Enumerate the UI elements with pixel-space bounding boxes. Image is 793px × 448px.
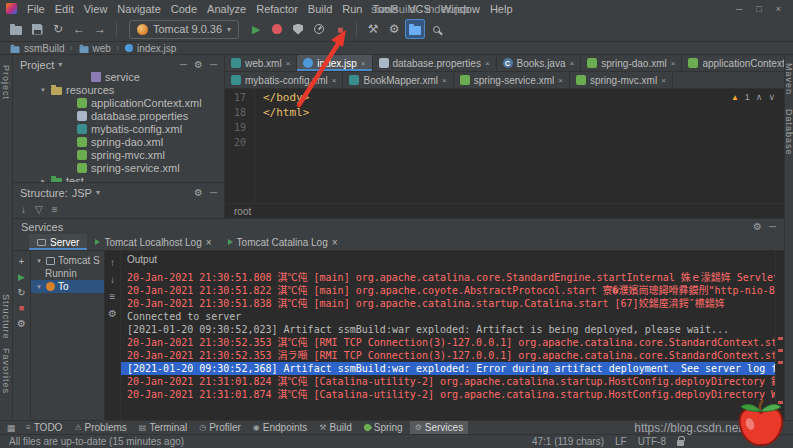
services-tab-server[interactable]: Server	[29, 234, 87, 250]
menu-build[interactable]: Build	[303, 2, 337, 16]
tool-button-database[interactable]: Database	[784, 109, 793, 156]
editor-tab[interactable]: web.xml ×	[225, 55, 297, 71]
hide-panel-icon[interactable]: ─	[769, 221, 776, 232]
close-button[interactable]: ×	[776, 4, 781, 14]
editor-tab[interactable]: applicationContext.xml ×	[682, 55, 784, 71]
breadcrumb-file[interactable]: index.jsp	[124, 43, 176, 54]
settings-button[interactable]: ⚙	[384, 19, 404, 39]
sort-icon[interactable]: ↓	[21, 204, 26, 215]
close-icon[interactable]: ×	[485, 59, 490, 68]
close-icon[interactable]: ×	[661, 76, 666, 85]
tree-item[interactable]: ▾ resources	[13, 83, 224, 96]
tool-button-maven[interactable]: Maven	[784, 63, 793, 95]
save-all-button[interactable]	[27, 19, 47, 39]
tool-button-profiler[interactable]: ◷ Profiler	[194, 421, 246, 434]
lock-icon[interactable]	[677, 440, 684, 446]
editor-tab[interactable]: spring-mvc.xml ×	[570, 72, 673, 88]
menu-run[interactable]: Run	[337, 2, 367, 16]
breadcrumb-web[interactable]: web	[78, 43, 111, 54]
caret-position[interactable]: 47:1 (119 chars)	[532, 436, 604, 447]
code-lines[interactable]: </body> </html>	[255, 89, 784, 203]
structure-mode[interactable]: JSP	[72, 187, 92, 199]
tree-item[interactable]: ▸ test	[13, 174, 224, 182]
close-icon[interactable]: ×	[332, 237, 338, 248]
gear-icon[interactable]: ⚙	[753, 221, 762, 232]
chevron-down-icon[interactable]: ▾	[39, 86, 47, 94]
open-button[interactable]	[6, 19, 26, 39]
scroll-up-icon[interactable]: ↑	[110, 257, 115, 268]
close-icon[interactable]: ×	[671, 59, 676, 68]
restart-icon[interactable]: ↻	[17, 287, 25, 298]
tree-item[interactable]: service	[13, 70, 224, 83]
close-icon[interactable]: ×	[570, 59, 575, 68]
project-structure-button[interactable]	[405, 19, 425, 39]
stop-service-icon[interactable]: ■	[19, 303, 24, 313]
console-log[interactable]: 20-Jan-2021 21:30:51.808 淇℃伅 [main] org.…	[121, 268, 775, 401]
debug-button[interactable]	[267, 19, 287, 39]
tree-item[interactable]: spring-service.xml	[13, 161, 224, 174]
forward-button[interactable]: →	[90, 19, 110, 39]
close-icon[interactable]: ×	[206, 237, 212, 248]
error-stripe-scrollbar[interactable]	[775, 251, 784, 420]
close-icon[interactable]: ×	[286, 59, 291, 68]
editor-tab-active[interactable]: index.jsp ×	[297, 55, 372, 71]
tool-button-endpoints[interactable]: ◉ Endpoints	[248, 421, 312, 434]
menu-navigate[interactable]: Navigate	[112, 2, 165, 16]
tool-button-build[interactable]: ⚒ Build	[314, 421, 356, 434]
list-icon[interactable]: ≡	[52, 204, 58, 215]
next-issue-icon[interactable]: ∨	[768, 92, 775, 102]
menu-analyze[interactable]: Analyze	[202, 2, 251, 16]
close-icon[interactable]: ×	[332, 76, 337, 85]
services-tab-localhost-log[interactable]: Tomcat Localhost Log ×	[87, 234, 219, 250]
services-header[interactable]: Services ⚙ ─	[13, 219, 784, 234]
gear-icon[interactable]: ⚙	[194, 187, 203, 198]
menu-file[interactable]: File	[22, 2, 50, 16]
breadcrumb-module[interactable]: ssmBuild	[9, 43, 65, 54]
console-output[interactable]: Output 20-Jan-2021 21:30:51.808 淇℃伅 [mai…	[121, 251, 775, 420]
minimize-button[interactable]: ─	[736, 4, 742, 14]
hide-panel-icon[interactable]: ─	[210, 187, 217, 198]
soft-wrap-icon[interactable]: ≡	[110, 291, 116, 302]
chevron-down-icon[interactable]: ▾	[35, 257, 43, 265]
services-tab-catalina-log[interactable]: Tomcat Catalina Log ×	[220, 234, 346, 250]
tree-item[interactable]: mybatis-config.xml	[13, 122, 224, 135]
code-editor[interactable]: 17 18 19 20 </body> </html> ▲	[225, 89, 784, 203]
menu-code[interactable]: Code	[166, 2, 202, 16]
collapse-all-icon[interactable]: ─	[180, 59, 187, 70]
editor-tab[interactable]: mybatis-config.xml ×	[225, 72, 343, 88]
close-icon[interactable]: ×	[442, 76, 447, 85]
menu-help[interactable]: Help	[485, 2, 518, 16]
sync-button[interactable]: ↻	[48, 19, 68, 39]
run-button[interactable]: ▶	[246, 19, 266, 39]
services-tree-item-selected[interactable]: ▾ To	[31, 280, 104, 293]
tool-button-structure[interactable]: Structure	[1, 294, 11, 340]
run-configuration-select[interactable]: Tomcat 9.0.36 ▾	[129, 20, 239, 39]
structure-panel-header[interactable]: Structure: JSP ▾ ⚙ ─	[13, 183, 224, 202]
tree-item[interactable]: applicationContext.xml	[13, 96, 224, 109]
inspection-widget[interactable]: ▲ 1 ∧ ∨	[731, 92, 775, 102]
back-button[interactable]: ←	[69, 19, 89, 39]
hide-panel-icon[interactable]: ─	[210, 59, 217, 70]
scroll-down-icon[interactable]: ↓	[110, 274, 115, 285]
tree-item[interactable]: spring-dao.xml	[13, 135, 224, 148]
stop-button[interactable]: ■	[330, 19, 350, 39]
tool-button-terminal[interactable]: ▤ Terminal	[134, 421, 192, 434]
chevron-down-icon[interactable]: ▾	[35, 283, 43, 291]
add-service-icon[interactable]: +	[19, 256, 25, 267]
filter-icon[interactable]: ▽	[35, 204, 43, 215]
console-settings-icon[interactable]: ⚙	[108, 308, 117, 319]
menu-refactor[interactable]: Refactor	[251, 2, 303, 16]
line-separator[interactable]: LF	[615, 436, 627, 447]
tool-window-switcher-icon[interactable]: ▦	[3, 423, 19, 433]
close-icon[interactable]: ×	[558, 76, 563, 85]
editor-breadcrumb[interactable]: root	[225, 203, 784, 218]
menu-edit[interactable]: Edit	[50, 2, 79, 16]
editor-tab[interactable]: BookMapper.xml ×	[343, 72, 453, 88]
start-service-icon[interactable]: ▶	[18, 272, 25, 282]
build-hammer-button[interactable]: ⚒	[363, 19, 383, 39]
editor-tab[interactable]: spring-dao.xml ×	[581, 55, 682, 71]
gear-icon[interactable]: ⚙	[17, 318, 26, 329]
close-icon[interactable]: ×	[361, 59, 366, 68]
tool-button-todo[interactable]: ≡ TODO	[21, 421, 67, 434]
search-everywhere-button[interactable]	[426, 19, 446, 39]
